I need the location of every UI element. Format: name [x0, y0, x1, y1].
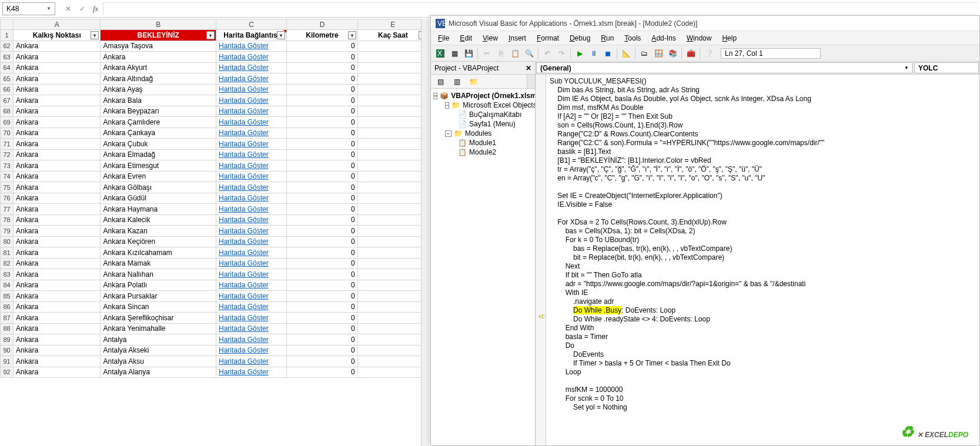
- view-object-icon[interactable]: ▥: [450, 75, 464, 88]
- row-header[interactable]: 82: [1, 258, 14, 269]
- hyperlink-cell[interactable]: Haritada Göster: [216, 367, 286, 378]
- cell[interactable]: 0: [287, 226, 357, 237]
- cell[interactable]: Ankara Kalecik: [101, 214, 216, 226]
- row-header[interactable]: 68: [1, 106, 14, 117]
- hyperlink-cell[interactable]: Haritada Göster: [216, 117, 286, 128]
- table-row[interactable]: 78AnkaraAnkara KalecikHaritada Göster0: [1, 214, 429, 226]
- row-header[interactable]: 70: [1, 128, 14, 139]
- table-row[interactable]: 79AnkaraAnkara KazanHaritada Göster0: [1, 226, 429, 237]
- row-header[interactable]: 1: [1, 30, 14, 41]
- cell[interactable]: [357, 323, 428, 334]
- close-icon[interactable]: ✕: [526, 64, 531, 72]
- cell[interactable]: 0: [287, 149, 357, 160]
- cell[interactable]: [357, 226, 428, 237]
- cell[interactable]: [357, 73, 428, 85]
- project-pane-toolbar[interactable]: ▤ ▥ 📁: [431, 75, 535, 89]
- tree-folder-excel-objects[interactable]: −📁Microsoft Excel Objects: [432, 100, 534, 110]
- cell[interactable]: [357, 269, 428, 280]
- cell[interactable]: [357, 62, 428, 73]
- cell[interactable]: Ankara: [14, 204, 101, 215]
- cell[interactable]: Ankara: [14, 280, 101, 291]
- table-row[interactable]: 70AnkaraAnkara ÇankayaHaritada Göster0: [1, 128, 429, 139]
- cell[interactable]: Ankara: [14, 226, 101, 237]
- hyperlink-cell[interactable]: Haritada Göster: [216, 52, 286, 63]
- table-row[interactable]: 90AnkaraAntalya AksekiHaritada Göster0: [1, 345, 429, 356]
- hyperlink-cell[interactable]: Haritada Göster: [216, 95, 286, 106]
- col-header-E[interactable]: E: [357, 19, 428, 30]
- menu-file[interactable]: File: [433, 33, 454, 43]
- table-row[interactable]: 87AnkaraAnkara ŞereflikoçhisarHaritada G…: [1, 313, 429, 324]
- cell[interactable]: Ankara: [14, 258, 101, 269]
- table-row[interactable]: 82AnkaraAnkara MamakHaritada Göster0: [1, 258, 429, 269]
- cell[interactable]: Ankara Evren: [101, 171, 216, 182]
- cell[interactable]: Ankara Şereflikoçhisar: [101, 313, 216, 324]
- cell[interactable]: 0: [287, 301, 357, 313]
- cell[interactable]: Ankara Beypazarı: [101, 106, 216, 117]
- cell[interactable]: [357, 356, 428, 367]
- menu-debug[interactable]: Debug: [565, 33, 595, 43]
- object-dropdown[interactable]: (General)▼: [536, 62, 913, 73]
- design-mode-icon[interactable]: 📐: [619, 47, 633, 60]
- table-row[interactable]: 65AnkaraAnkara AltındağHaritada Göster0: [1, 73, 429, 85]
- toolbox-icon[interactable]: 🧰: [684, 47, 698, 60]
- tree-item-workbook[interactable]: 📄BuÇalışmaKitabı: [432, 110, 534, 119]
- table-row[interactable]: 81AnkaraAnkara KızılcahamamHaritada Göst…: [1, 247, 429, 259]
- table-row[interactable]: 85AnkaraAnkara PursaklarHaritada Göster0: [1, 291, 429, 302]
- name-box[interactable]: K48 ▼: [2, 2, 55, 15]
- header-cell-d[interactable]: Kilometre▾: [287, 30, 357, 41]
- cell[interactable]: 0: [287, 73, 357, 85]
- menu-add-ins[interactable]: Add-Ins: [647, 33, 680, 43]
- hyperlink-cell[interactable]: Haritada Göster: [216, 301, 286, 313]
- hyperlink-cell[interactable]: Haritada Göster: [216, 334, 286, 346]
- menu-help[interactable]: Help: [717, 33, 741, 43]
- row-header[interactable]: 64: [1, 62, 14, 73]
- cell[interactable]: Ankara: [14, 356, 101, 367]
- cell[interactable]: Antalya Alanya: [101, 367, 216, 378]
- menu-tools[interactable]: Tools: [620, 33, 645, 43]
- cell[interactable]: 0: [287, 52, 357, 63]
- row-header[interactable]: 80: [1, 236, 14, 247]
- cell[interactable]: Ankara: [14, 345, 101, 356]
- row-header[interactable]: 92: [1, 367, 14, 378]
- table-row[interactable]: 91AnkaraAntalya AksuHaritada Göster0: [1, 356, 429, 367]
- cell[interactable]: Ankara Güdül: [101, 193, 216, 204]
- table-row[interactable]: 75AnkaraAnkara GölbaşıHaritada Göster0: [1, 182, 429, 193]
- cell[interactable]: [357, 182, 428, 193]
- cell[interactable]: Ankara: [14, 313, 101, 324]
- code-pane[interactable]: (General)▼ YOLC Sub YOLCULUK_MESAFESI() …: [536, 62, 979, 445]
- cell[interactable]: [357, 193, 428, 204]
- cell[interactable]: Ankara: [14, 62, 101, 73]
- row-header[interactable]: 69: [1, 117, 14, 128]
- menu-run[interactable]: Run: [596, 33, 618, 43]
- cell[interactable]: [357, 171, 428, 182]
- fx-icon[interactable]: fx: [93, 4, 98, 14]
- row-header[interactable]: 74: [1, 171, 14, 182]
- table-row[interactable]: 84AnkaraAnkara PolatlıHaritada Göster0: [1, 280, 429, 291]
- row-header[interactable]: 76: [1, 193, 14, 204]
- cell[interactable]: 0: [287, 258, 357, 269]
- cancel-icon[interactable]: ✕: [61, 2, 75, 15]
- cell[interactable]: 0: [287, 106, 357, 117]
- cell[interactable]: [357, 258, 428, 269]
- table-row[interactable]: 76AnkaraAnkara GüdülHaritada Göster0: [1, 193, 429, 204]
- hyperlink-cell[interactable]: Haritada Göster: [216, 171, 286, 182]
- cell[interactable]: [357, 214, 428, 226]
- cell[interactable]: [357, 117, 428, 128]
- header-cell-a[interactable]: Kalkış Noktası▾: [14, 30, 101, 41]
- row-header[interactable]: 79: [1, 226, 14, 237]
- cell[interactable]: [357, 52, 428, 63]
- filter-icon[interactable]: ▾: [206, 31, 215, 39]
- formula-input[interactable]: [103, 2, 978, 15]
- cell[interactable]: Ankara Altındağ: [101, 73, 216, 85]
- table-row[interactable]: 73AnkaraAnkara EtimesgutHaritada Göster0: [1, 160, 429, 172]
- cell[interactable]: 0: [287, 356, 357, 367]
- table-row[interactable]: 64AnkaraAnkara AkyurtHaritada Göster0: [1, 62, 429, 73]
- cell[interactable]: [357, 247, 428, 259]
- cell[interactable]: Ankara: [14, 128, 101, 139]
- excel-grid[interactable]: ABCDE1Kalkış Noktası▾BEKLEYİNİZ▾Harita B…: [0, 19, 429, 446]
- hyperlink-cell[interactable]: Haritada Göster: [216, 214, 286, 226]
- cell[interactable]: Ankara Pursaklar: [101, 291, 216, 302]
- cell[interactable]: [357, 149, 428, 160]
- cell[interactable]: [357, 280, 428, 291]
- row-header[interactable]: 88: [1, 323, 14, 334]
